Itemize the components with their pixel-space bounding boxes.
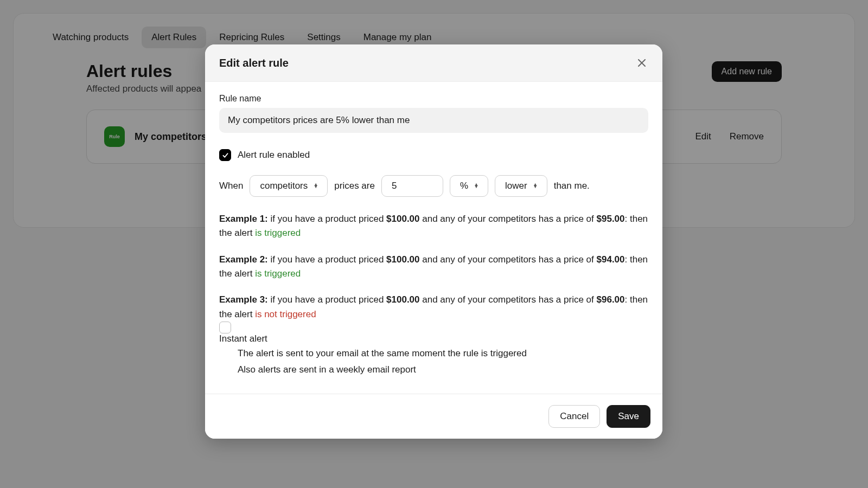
modal-title: Edit alert rule — [219, 57, 289, 69]
enabled-label: Alert rule enabled — [238, 150, 310, 160]
select-arrows-icon: ▲▼ — [532, 184, 539, 188]
instant-alert-row: Instant alert — [219, 322, 648, 344]
select-arrows-icon: ▲▼ — [473, 184, 480, 188]
who-select-value: competitors — [260, 181, 308, 191]
edit-alert-rule-modal: Edit alert rule Rule name Alert rule ena… — [205, 44, 662, 439]
cond-when-text: When — [219, 181, 243, 191]
select-arrows-icon: ▲▼ — [312, 184, 320, 188]
condition-row: When competitors ▲▼ prices are % ▲▼ lowe… — [219, 175, 648, 197]
example-1: Example 1: if you have a product priced … — [219, 212, 648, 241]
value-input[interactable] — [392, 181, 435, 191]
cancel-button[interactable]: Cancel — [548, 405, 600, 428]
close-icon[interactable] — [635, 56, 648, 69]
instant-alert-desc-1: The alert is sent to your email at the s… — [238, 346, 648, 361]
enabled-checkbox[interactable] — [219, 149, 231, 161]
cond-prices-are-text: prices are — [334, 181, 375, 191]
direction-select-value: lower — [505, 181, 527, 191]
unit-select[interactable]: % ▲▼ — [450, 175, 488, 197]
instant-alert-desc-2: Also alerts are sent in a weekly email r… — [238, 363, 648, 377]
instant-alert-label: Instant alert — [219, 333, 267, 344]
example-3: Example 3: if you have a product priced … — [219, 293, 648, 322]
direction-select[interactable]: lower ▲▼ — [495, 175, 547, 197]
cond-than-me-text: than me. — [554, 181, 590, 191]
rule-name-label: Rule name — [219, 94, 648, 104]
example-2: Example 2: if you have a product priced … — [219, 253, 648, 281]
unit-select-value: % — [460, 181, 468, 191]
who-select[interactable]: competitors ▲▼ — [250, 175, 328, 197]
instant-alert-checkbox[interactable] — [219, 322, 231, 333]
rule-name-input[interactable] — [219, 108, 648, 133]
value-input-wrapper[interactable] — [381, 175, 443, 197]
modal-header: Edit alert rule — [205, 44, 662, 82]
save-button[interactable]: Save — [607, 405, 650, 428]
modal-body: Rule name Alert rule enabled When compet… — [205, 82, 662, 394]
enabled-row: Alert rule enabled — [219, 149, 648, 161]
modal-footer: Cancel Save — [205, 394, 662, 439]
